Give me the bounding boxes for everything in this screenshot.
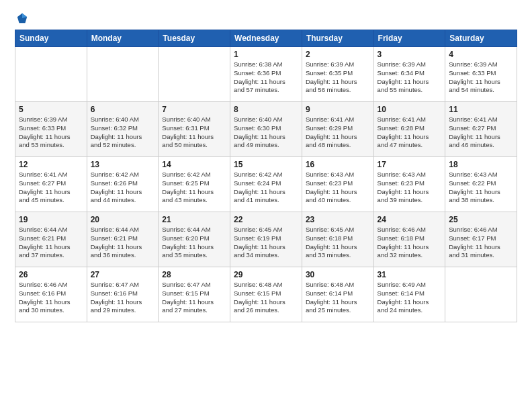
day-info: Sunrise: 6:46 AM Sunset: 6:18 PM Dayligh… [378, 226, 442, 260]
calendar-cell: 8Sunrise: 6:40 AM Sunset: 6:30 PM Daylig… [230, 102, 302, 157]
calendar-cell: 13Sunrise: 6:42 AM Sunset: 6:26 PM Dayli… [87, 157, 159, 212]
calendar-cell: 15Sunrise: 6:42 AM Sunset: 6:24 PM Dayli… [230, 157, 302, 212]
day-header-sunday: Sunday [15, 30, 87, 47]
calendar-cell: 12Sunrise: 6:41 AM Sunset: 6:27 PM Dayli… [15, 157, 87, 212]
day-header-friday: Friday [373, 30, 445, 47]
calendar-cell: 11Sunrise: 6:41 AM Sunset: 6:27 PM Dayli… [445, 102, 517, 157]
day-number: 3 [378, 50, 442, 59]
day-info: Sunrise: 6:49 AM Sunset: 6:14 PM Dayligh… [378, 281, 442, 315]
day-info: Sunrise: 6:42 AM Sunset: 6:24 PM Dayligh… [234, 171, 298, 205]
day-number: 9 [306, 105, 370, 114]
day-number: 22 [234, 215, 298, 224]
day-info: Sunrise: 6:42 AM Sunset: 6:25 PM Dayligh… [162, 171, 226, 205]
day-header-wednesday: Wednesday [230, 30, 302, 47]
calendar-cell: 21Sunrise: 6:44 AM Sunset: 6:20 PM Dayli… [159, 212, 230, 267]
calendar-cell: 10Sunrise: 6:41 AM Sunset: 6:28 PM Dayli… [373, 102, 445, 157]
day-info: Sunrise: 6:39 AM Sunset: 6:35 PM Dayligh… [306, 60, 370, 95]
day-info: Sunrise: 6:47 AM Sunset: 6:15 PM Dayligh… [162, 281, 226, 315]
calendar-cell: 14Sunrise: 6:42 AM Sunset: 6:25 PM Dayli… [159, 157, 230, 212]
calendar-cell: 1Sunrise: 6:38 AM Sunset: 6:36 PM Daylig… [230, 47, 302, 102]
day-info: Sunrise: 6:40 AM Sunset: 6:32 PM Dayligh… [91, 116, 155, 150]
day-number: 4 [449, 50, 513, 59]
day-number: 21 [162, 215, 226, 224]
day-info: Sunrise: 6:41 AM Sunset: 6:28 PM Dayligh… [378, 116, 442, 150]
calendar-cell: 9Sunrise: 6:41 AM Sunset: 6:29 PM Daylig… [302, 102, 373, 157]
day-info: Sunrise: 6:45 AM Sunset: 6:18 PM Dayligh… [306, 226, 370, 260]
day-number: 11 [449, 105, 513, 114]
calendar-cell: 22Sunrise: 6:45 AM Sunset: 6:19 PM Dayli… [230, 212, 302, 267]
day-info: Sunrise: 6:41 AM Sunset: 6:27 PM Dayligh… [449, 116, 513, 150]
day-number: 27 [91, 270, 155, 279]
day-number: 15 [234, 160, 298, 169]
calendar-cell: 26Sunrise: 6:46 AM Sunset: 6:16 PM Dayli… [15, 267, 87, 322]
day-number: 14 [162, 160, 226, 169]
calendar-cell [159, 47, 230, 102]
calendar-cell: 23Sunrise: 6:45 AM Sunset: 6:18 PM Dayli… [302, 212, 373, 267]
calendar-cell: 2Sunrise: 6:39 AM Sunset: 6:35 PM Daylig… [302, 47, 373, 102]
day-info: Sunrise: 6:43 AM Sunset: 6:22 PM Dayligh… [449, 171, 513, 205]
day-number: 24 [378, 215, 442, 224]
day-number: 23 [306, 215, 370, 224]
calendar-cell: 16Sunrise: 6:43 AM Sunset: 6:23 PM Dayli… [302, 157, 373, 212]
day-info: Sunrise: 6:39 AM Sunset: 6:33 PM Dayligh… [449, 60, 513, 95]
calendar-cell: 28Sunrise: 6:47 AM Sunset: 6:15 PM Dayli… [159, 267, 230, 322]
day-info: Sunrise: 6:44 AM Sunset: 6:21 PM Dayligh… [91, 226, 155, 260]
day-number: 10 [378, 105, 442, 114]
calendar-cell: 4Sunrise: 6:39 AM Sunset: 6:33 PM Daylig… [445, 47, 517, 102]
calendar-cell [445, 267, 517, 322]
day-header-saturday: Saturday [445, 30, 517, 47]
day-number: 13 [91, 160, 155, 169]
day-number: 2 [306, 50, 370, 59]
day-header-monday: Monday [87, 30, 159, 47]
calendar-cell: 7Sunrise: 6:40 AM Sunset: 6:31 PM Daylig… [159, 102, 230, 157]
day-info: Sunrise: 6:39 AM Sunset: 6:34 PM Dayligh… [378, 60, 442, 95]
calendar-cell: 29Sunrise: 6:48 AM Sunset: 6:15 PM Dayli… [230, 267, 302, 322]
day-info: Sunrise: 6:39 AM Sunset: 6:33 PM Dayligh… [19, 116, 83, 150]
header [15, 12, 517, 24]
day-info: Sunrise: 6:45 AM Sunset: 6:19 PM Dayligh… [234, 226, 298, 260]
calendar-cell: 24Sunrise: 6:46 AM Sunset: 6:18 PM Dayli… [373, 212, 445, 267]
logo-icon [16, 12, 28, 24]
calendar-cell [87, 47, 159, 102]
day-number: 30 [306, 270, 370, 279]
day-info: Sunrise: 6:44 AM Sunset: 6:20 PM Dayligh… [162, 226, 226, 260]
logo [15, 12, 28, 24]
day-number: 31 [378, 270, 442, 279]
calendar-cell: 30Sunrise: 6:48 AM Sunset: 6:14 PM Dayli… [302, 267, 373, 322]
day-info: Sunrise: 6:41 AM Sunset: 6:29 PM Dayligh… [306, 116, 370, 150]
calendar: SundayMondayTuesdayWednesdayThursdayFrid… [15, 30, 517, 322]
day-number: 8 [234, 105, 298, 114]
calendar-cell: 6Sunrise: 6:40 AM Sunset: 6:32 PM Daylig… [87, 102, 159, 157]
calendar-cell: 17Sunrise: 6:43 AM Sunset: 6:23 PM Dayli… [373, 157, 445, 212]
day-header-tuesday: Tuesday [159, 30, 230, 47]
day-info: Sunrise: 6:43 AM Sunset: 6:23 PM Dayligh… [378, 171, 442, 205]
day-header-thursday: Thursday [302, 30, 373, 47]
calendar-cell: 18Sunrise: 6:43 AM Sunset: 6:22 PM Dayli… [445, 157, 517, 212]
calendar-cell [15, 47, 87, 102]
calendar-cell: 31Sunrise: 6:49 AM Sunset: 6:14 PM Dayli… [373, 267, 445, 322]
day-number: 29 [234, 270, 298, 279]
day-info: Sunrise: 6:46 AM Sunset: 6:17 PM Dayligh… [449, 226, 513, 260]
calendar-cell: 25Sunrise: 6:46 AM Sunset: 6:17 PM Dayli… [445, 212, 517, 267]
day-number: 18 [449, 160, 513, 169]
day-info: Sunrise: 6:46 AM Sunset: 6:16 PM Dayligh… [19, 281, 83, 315]
day-number: 1 [234, 50, 298, 59]
day-number: 12 [19, 160, 83, 169]
day-number: 20 [91, 215, 155, 224]
day-info: Sunrise: 6:43 AM Sunset: 6:23 PM Dayligh… [306, 171, 370, 205]
day-number: 25 [449, 215, 513, 224]
day-info: Sunrise: 6:41 AM Sunset: 6:27 PM Dayligh… [19, 171, 83, 205]
day-number: 16 [306, 160, 370, 169]
day-info: Sunrise: 6:44 AM Sunset: 6:21 PM Dayligh… [19, 226, 83, 260]
day-info: Sunrise: 6:42 AM Sunset: 6:26 PM Dayligh… [91, 171, 155, 205]
day-number: 6 [91, 105, 155, 114]
day-info: Sunrise: 6:38 AM Sunset: 6:36 PM Dayligh… [234, 60, 298, 95]
calendar-cell: 19Sunrise: 6:44 AM Sunset: 6:21 PM Dayli… [15, 212, 87, 267]
day-number: 7 [162, 105, 226, 114]
day-info: Sunrise: 6:40 AM Sunset: 6:30 PM Dayligh… [234, 116, 298, 150]
day-info: Sunrise: 6:48 AM Sunset: 6:14 PM Dayligh… [306, 281, 370, 315]
day-number: 19 [19, 215, 83, 224]
day-number: 26 [19, 270, 83, 279]
day-info: Sunrise: 6:48 AM Sunset: 6:15 PM Dayligh… [234, 281, 298, 315]
day-number: 5 [19, 105, 83, 114]
